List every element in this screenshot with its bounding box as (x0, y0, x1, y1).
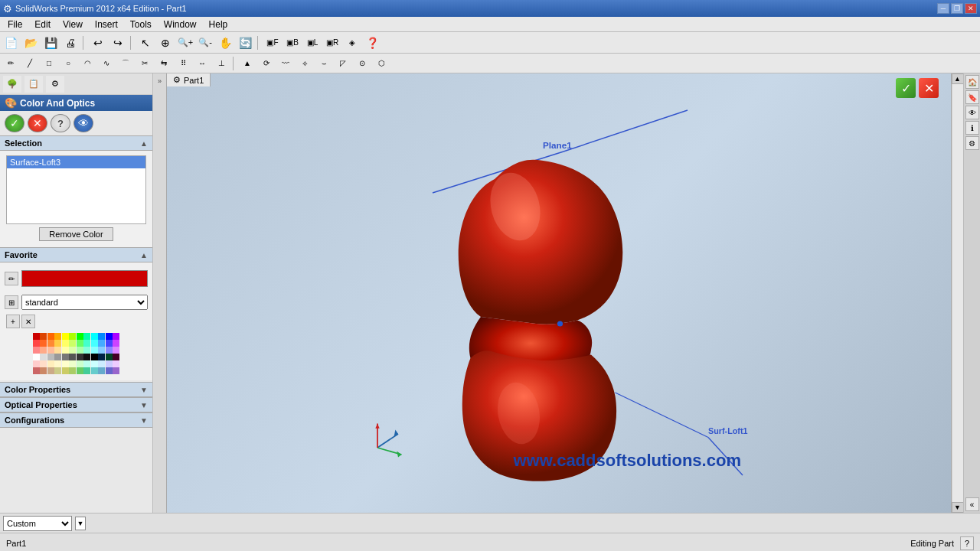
color-cell[interactable] (98, 367, 105, 374)
spline-button[interactable]: ∿ (97, 55, 116, 72)
right-scrollbar[interactable]: ▲ ▼ (951, 73, 963, 513)
standard-dropdown[interactable]: standard custom matte glossy (21, 295, 148, 310)
color-cell[interactable] (91, 367, 98, 374)
color-cell[interactable] (47, 360, 54, 367)
color-cell[interactable] (47, 340, 54, 347)
print-button[interactable]: 🖨 (61, 34, 80, 51)
color-cell[interactable] (98, 354, 105, 360)
optical-properties-section-header[interactable]: Optical Properties ▼ (0, 397, 152, 412)
color-cell[interactable] (83, 340, 90, 347)
trim-button[interactable]: ✂ (136, 55, 154, 72)
color-cell[interactable] (33, 354, 40, 360)
color-cell[interactable] (83, 354, 90, 360)
color-cell[interactable] (54, 367, 61, 374)
view-iso-button[interactable]: ◈ (343, 34, 361, 51)
selection-section-header[interactable]: Selection ▲ (0, 135, 152, 151)
sketch-button[interactable]: ✏ (2, 55, 20, 72)
color-cell[interactable] (77, 354, 83, 360)
color-cell[interactable] (77, 367, 83, 374)
view-left-button[interactable]: ▣L (303, 34, 322, 51)
loft-button[interactable]: ⟡ (296, 55, 314, 72)
delete-fav-button[interactable]: ✕ (21, 315, 35, 328)
relation-button[interactable]: ⊥ (212, 55, 230, 72)
cancel-button[interactable]: ✕ (28, 114, 47, 132)
view-back-button[interactable]: ▣B (283, 34, 302, 51)
rotate-button[interactable]: 🔄 (236, 34, 254, 51)
color-cell[interactable] (69, 360, 76, 367)
color-cell[interactable] (62, 367, 69, 374)
color-cell[interactable] (40, 367, 47, 374)
color-cell[interactable] (69, 367, 76, 374)
color-cell[interactable] (54, 340, 61, 347)
selection-item[interactable]: Surface-Loft3 (7, 156, 145, 168)
help-panel-button[interactable]: ? (51, 114, 70, 132)
color-cell[interactable] (47, 367, 54, 374)
undo-button[interactable]: ↩ (89, 34, 107, 51)
sweep-button[interactable]: 〰 (276, 55, 295, 72)
config-btn[interactable]: ⚙ (46, 76, 64, 93)
color-cell[interactable] (33, 360, 40, 367)
color-cell[interactable] (33, 347, 40, 354)
rect-button[interactable]: □ (40, 55, 58, 72)
pattern-button[interactable]: ⠿ (174, 55, 192, 72)
view-panel-button[interactable]: 👁 (74, 114, 93, 132)
viewport-ok-button[interactable]: ✓ (896, 78, 916, 98)
color-cell[interactable] (106, 367, 113, 374)
rs-bookmark-button[interactable]: 🔖 (965, 90, 979, 104)
color-cell[interactable] (54, 333, 61, 340)
pan-button[interactable]: ✋ (216, 34, 234, 51)
color-cell[interactable] (91, 347, 98, 354)
view-front-button[interactable]: ▣F (263, 34, 282, 51)
color-cell[interactable] (77, 360, 83, 367)
color-cell[interactable] (69, 340, 76, 347)
color-cell[interactable] (113, 340, 119, 347)
rs-info-button[interactable]: ℹ (965, 121, 979, 135)
color-cell[interactable] (62, 333, 69, 340)
color-cell[interactable] (77, 347, 83, 354)
color-cell[interactable] (62, 347, 69, 354)
viewport[interactable]: ⚙ Part1 ✓ ✕ Plane1 (167, 73, 951, 513)
color-cell[interactable] (91, 354, 98, 360)
color-cell[interactable] (47, 333, 54, 340)
color-cell[interactable] (62, 354, 69, 360)
color-cell[interactable] (54, 354, 61, 360)
color-cell[interactable] (91, 340, 98, 347)
zoom-fit-button[interactable]: ⊕ (156, 34, 175, 51)
new-button[interactable]: 📄 (2, 34, 20, 51)
confirm-button[interactable]: ✓ (5, 114, 24, 132)
color-cell[interactable] (83, 333, 90, 340)
rs-expand-left-button[interactable]: « (965, 497, 979, 511)
color-cell[interactable] (83, 347, 90, 354)
color-cell[interactable] (113, 367, 119, 374)
expand-left-button[interactable]: » (154, 75, 166, 87)
color-cell[interactable] (106, 340, 113, 347)
color-cell[interactable] (113, 347, 119, 354)
fillet3d-button[interactable]: ⌣ (315, 55, 333, 72)
color-cell[interactable] (77, 340, 83, 347)
color-cell[interactable] (40, 347, 47, 354)
color-cell[interactable] (69, 333, 76, 340)
color-cell[interactable] (106, 360, 113, 367)
color-cell[interactable] (62, 340, 69, 347)
part-tab[interactable]: ⚙ Part1 (167, 73, 211, 86)
color-cell[interactable] (69, 354, 76, 360)
menu-edit[interactable]: Edit (28, 18, 57, 31)
color-cell[interactable] (83, 367, 90, 374)
color-cell[interactable] (47, 347, 54, 354)
hole-button[interactable]: ⊙ (353, 55, 371, 72)
line-button[interactable]: ╱ (21, 55, 39, 72)
color-cell[interactable] (40, 340, 47, 347)
color-cell[interactable] (91, 360, 98, 367)
color-properties-section-header[interactable]: Color Properties ▼ (0, 382, 152, 397)
add-fav-button[interactable]: + (6, 315, 20, 328)
menu-tools[interactable]: Tools (124, 18, 158, 31)
help-button[interactable]: ❓ (363, 34, 381, 51)
rs-eye-button[interactable]: 👁 (965, 106, 979, 119)
circle-button[interactable]: ○ (59, 55, 77, 72)
close-button[interactable]: ✕ (965, 3, 977, 14)
revolve-button[interactable]: ⟳ (257, 55, 276, 72)
viewport-cancel-button[interactable]: ✕ (919, 78, 939, 98)
scroll-up-arrow[interactable]: ▲ (952, 73, 964, 84)
arc-button[interactable]: ◠ (78, 55, 96, 72)
color-cell[interactable] (47, 354, 54, 360)
